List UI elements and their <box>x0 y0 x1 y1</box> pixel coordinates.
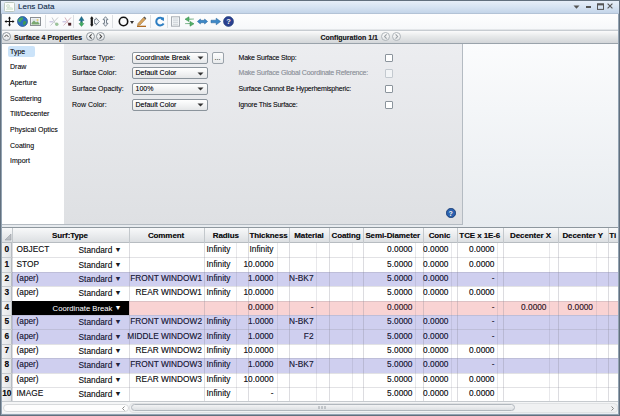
svg-text:?: ? <box>226 17 231 26</box>
